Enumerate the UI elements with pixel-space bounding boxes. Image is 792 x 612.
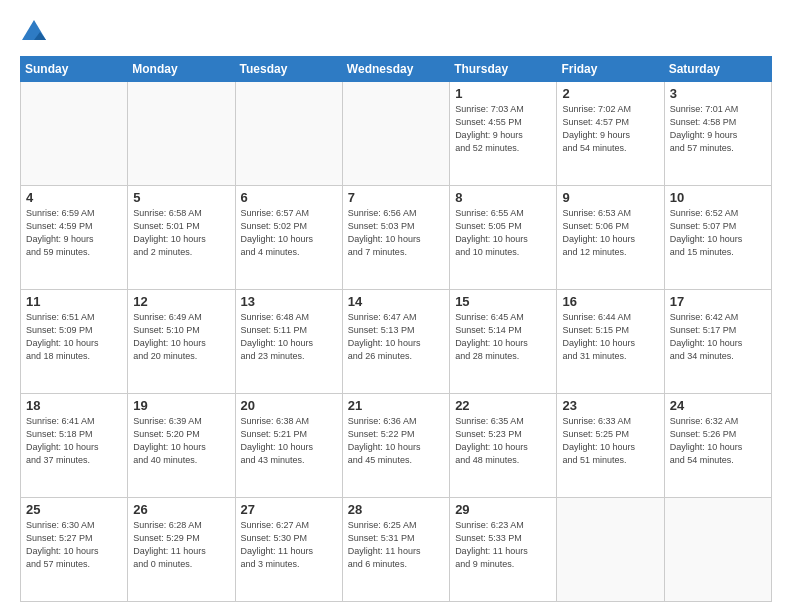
weekday-header: Saturday (664, 57, 771, 82)
calendar-cell: 27Sunrise: 6:27 AM Sunset: 5:30 PM Dayli… (235, 498, 342, 602)
calendar-week-row: 11Sunrise: 6:51 AM Sunset: 5:09 PM Dayli… (21, 290, 772, 394)
weekday-header: Friday (557, 57, 664, 82)
weekday-header: Tuesday (235, 57, 342, 82)
calendar-cell: 5Sunrise: 6:58 AM Sunset: 5:01 PM Daylig… (128, 186, 235, 290)
calendar-cell: 6Sunrise: 6:57 AM Sunset: 5:02 PM Daylig… (235, 186, 342, 290)
day-info: Sunrise: 6:53 AM Sunset: 5:06 PM Dayligh… (562, 207, 658, 259)
calendar-cell: 7Sunrise: 6:56 AM Sunset: 5:03 PM Daylig… (342, 186, 449, 290)
calendar-cell: 12Sunrise: 6:49 AM Sunset: 5:10 PM Dayli… (128, 290, 235, 394)
calendar-cell (342, 82, 449, 186)
day-info: Sunrise: 6:47 AM Sunset: 5:13 PM Dayligh… (348, 311, 444, 363)
calendar-header-row: SundayMondayTuesdayWednesdayThursdayFrid… (21, 57, 772, 82)
calendar-cell: 18Sunrise: 6:41 AM Sunset: 5:18 PM Dayli… (21, 394, 128, 498)
day-number: 26 (133, 502, 229, 517)
weekday-header: Sunday (21, 57, 128, 82)
day-info: Sunrise: 6:36 AM Sunset: 5:22 PM Dayligh… (348, 415, 444, 467)
calendar-table: SundayMondayTuesdayWednesdayThursdayFrid… (20, 56, 772, 602)
day-info: Sunrise: 6:39 AM Sunset: 5:20 PM Dayligh… (133, 415, 229, 467)
day-info: Sunrise: 6:38 AM Sunset: 5:21 PM Dayligh… (241, 415, 337, 467)
day-info: Sunrise: 7:03 AM Sunset: 4:55 PM Dayligh… (455, 103, 551, 155)
day-number: 18 (26, 398, 122, 413)
calendar-cell: 28Sunrise: 6:25 AM Sunset: 5:31 PM Dayli… (342, 498, 449, 602)
day-info: Sunrise: 6:51 AM Sunset: 5:09 PM Dayligh… (26, 311, 122, 363)
day-number: 23 (562, 398, 658, 413)
day-number: 14 (348, 294, 444, 309)
day-info: Sunrise: 6:41 AM Sunset: 5:18 PM Dayligh… (26, 415, 122, 467)
calendar-cell (235, 82, 342, 186)
calendar-cell (128, 82, 235, 186)
calendar-cell: 10Sunrise: 6:52 AM Sunset: 5:07 PM Dayli… (664, 186, 771, 290)
day-info: Sunrise: 6:55 AM Sunset: 5:05 PM Dayligh… (455, 207, 551, 259)
weekday-header: Monday (128, 57, 235, 82)
calendar-week-row: 4Sunrise: 6:59 AM Sunset: 4:59 PM Daylig… (21, 186, 772, 290)
day-number: 13 (241, 294, 337, 309)
day-number: 11 (26, 294, 122, 309)
calendar-cell: 25Sunrise: 6:30 AM Sunset: 5:27 PM Dayli… (21, 498, 128, 602)
calendar-cell: 29Sunrise: 6:23 AM Sunset: 5:33 PM Dayli… (450, 498, 557, 602)
calendar-cell: 8Sunrise: 6:55 AM Sunset: 5:05 PM Daylig… (450, 186, 557, 290)
day-number: 25 (26, 502, 122, 517)
header (20, 18, 772, 46)
day-number: 27 (241, 502, 337, 517)
day-number: 6 (241, 190, 337, 205)
calendar-cell: 3Sunrise: 7:01 AM Sunset: 4:58 PM Daylig… (664, 82, 771, 186)
day-number: 3 (670, 86, 766, 101)
calendar-cell: 14Sunrise: 6:47 AM Sunset: 5:13 PM Dayli… (342, 290, 449, 394)
day-info: Sunrise: 6:28 AM Sunset: 5:29 PM Dayligh… (133, 519, 229, 571)
day-info: Sunrise: 6:30 AM Sunset: 5:27 PM Dayligh… (26, 519, 122, 571)
calendar-cell (557, 498, 664, 602)
day-info: Sunrise: 6:35 AM Sunset: 5:23 PM Dayligh… (455, 415, 551, 467)
calendar-cell: 20Sunrise: 6:38 AM Sunset: 5:21 PM Dayli… (235, 394, 342, 498)
day-number: 19 (133, 398, 229, 413)
day-number: 21 (348, 398, 444, 413)
calendar-cell: 22Sunrise: 6:35 AM Sunset: 5:23 PM Dayli… (450, 394, 557, 498)
day-info: Sunrise: 6:23 AM Sunset: 5:33 PM Dayligh… (455, 519, 551, 571)
weekday-header: Wednesday (342, 57, 449, 82)
day-number: 12 (133, 294, 229, 309)
logo (20, 18, 52, 46)
day-number: 10 (670, 190, 766, 205)
day-number: 29 (455, 502, 551, 517)
day-info: Sunrise: 6:59 AM Sunset: 4:59 PM Dayligh… (26, 207, 122, 259)
weekday-header: Thursday (450, 57, 557, 82)
calendar-cell: 13Sunrise: 6:48 AM Sunset: 5:11 PM Dayli… (235, 290, 342, 394)
day-number: 8 (455, 190, 551, 205)
day-info: Sunrise: 6:58 AM Sunset: 5:01 PM Dayligh… (133, 207, 229, 259)
day-number: 17 (670, 294, 766, 309)
day-number: 7 (348, 190, 444, 205)
day-number: 4 (26, 190, 122, 205)
day-info: Sunrise: 6:52 AM Sunset: 5:07 PM Dayligh… (670, 207, 766, 259)
calendar-cell: 16Sunrise: 6:44 AM Sunset: 5:15 PM Dayli… (557, 290, 664, 394)
day-number: 15 (455, 294, 551, 309)
calendar-week-row: 18Sunrise: 6:41 AM Sunset: 5:18 PM Dayli… (21, 394, 772, 498)
calendar-week-row: 1Sunrise: 7:03 AM Sunset: 4:55 PM Daylig… (21, 82, 772, 186)
day-info: Sunrise: 7:02 AM Sunset: 4:57 PM Dayligh… (562, 103, 658, 155)
calendar-cell: 2Sunrise: 7:02 AM Sunset: 4:57 PM Daylig… (557, 82, 664, 186)
day-number: 24 (670, 398, 766, 413)
calendar-cell: 17Sunrise: 6:42 AM Sunset: 5:17 PM Dayli… (664, 290, 771, 394)
day-number: 1 (455, 86, 551, 101)
day-info: Sunrise: 6:57 AM Sunset: 5:02 PM Dayligh… (241, 207, 337, 259)
day-info: Sunrise: 6:33 AM Sunset: 5:25 PM Dayligh… (562, 415, 658, 467)
day-info: Sunrise: 6:42 AM Sunset: 5:17 PM Dayligh… (670, 311, 766, 363)
day-info: Sunrise: 6:27 AM Sunset: 5:30 PM Dayligh… (241, 519, 337, 571)
calendar-cell: 4Sunrise: 6:59 AM Sunset: 4:59 PM Daylig… (21, 186, 128, 290)
calendar-cell: 23Sunrise: 6:33 AM Sunset: 5:25 PM Dayli… (557, 394, 664, 498)
day-number: 22 (455, 398, 551, 413)
day-info: Sunrise: 6:45 AM Sunset: 5:14 PM Dayligh… (455, 311, 551, 363)
calendar-cell: 9Sunrise: 6:53 AM Sunset: 5:06 PM Daylig… (557, 186, 664, 290)
calendar-cell (664, 498, 771, 602)
calendar-cell: 24Sunrise: 6:32 AM Sunset: 5:26 PM Dayli… (664, 394, 771, 498)
day-info: Sunrise: 6:44 AM Sunset: 5:15 PM Dayligh… (562, 311, 658, 363)
calendar-cell: 1Sunrise: 7:03 AM Sunset: 4:55 PM Daylig… (450, 82, 557, 186)
page: SundayMondayTuesdayWednesdayThursdayFrid… (0, 0, 792, 612)
logo-icon (20, 18, 48, 46)
day-info: Sunrise: 6:48 AM Sunset: 5:11 PM Dayligh… (241, 311, 337, 363)
day-info: Sunrise: 6:49 AM Sunset: 5:10 PM Dayligh… (133, 311, 229, 363)
day-info: Sunrise: 7:01 AM Sunset: 4:58 PM Dayligh… (670, 103, 766, 155)
calendar-cell: 19Sunrise: 6:39 AM Sunset: 5:20 PM Dayli… (128, 394, 235, 498)
day-number: 16 (562, 294, 658, 309)
day-number: 20 (241, 398, 337, 413)
day-info: Sunrise: 6:56 AM Sunset: 5:03 PM Dayligh… (348, 207, 444, 259)
calendar-cell (21, 82, 128, 186)
